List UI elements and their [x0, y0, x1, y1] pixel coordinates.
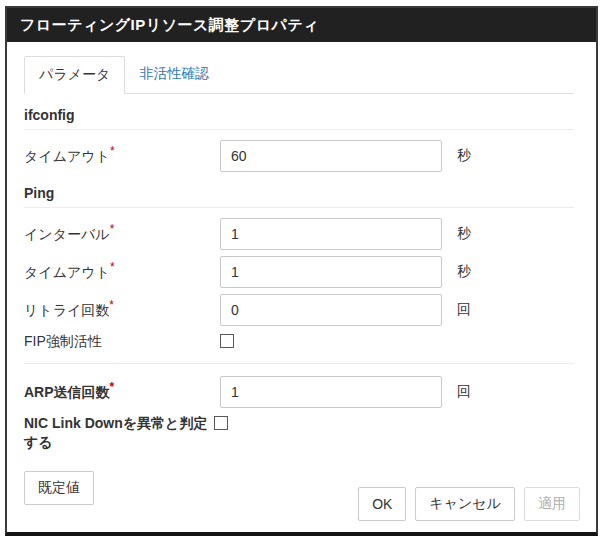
tab-deactivation-check[interactable]: 非活性確認	[125, 56, 223, 94]
ifconfig-timeout-label: タイムアウト*	[24, 147, 220, 166]
tab-parameter-label: パラメータ	[39, 66, 110, 82]
required-asterisk: *	[110, 380, 115, 394]
tab-parameter[interactable]: パラメータ	[24, 56, 125, 94]
ping-interval-label: インターバル*	[24, 225, 220, 244]
fip-forced-activation-label: FIP強制活性	[24, 332, 220, 351]
fip-forced-activation-checkbox[interactable]	[220, 334, 234, 348]
nic-link-down-row: NIC Link Downを異常と判定する	[24, 414, 574, 452]
properties-dialog: フローティングIPリソース調整プロパティ パラメータ 非活性確認 ifconfi…	[5, 6, 598, 536]
section-header-ping: Ping	[24, 185, 574, 208]
nic-link-down-checkbox[interactable]	[214, 416, 228, 430]
apply-button[interactable]: 適用	[524, 487, 580, 521]
ifconfig-timeout-unit: 秒	[457, 147, 471, 165]
ping-timeout-row: タイムアウト* 秒	[24, 256, 574, 288]
window-title: フローティングIPリソース調整プロパティ	[20, 16, 319, 33]
nic-link-down-label: NIC Link Downを異常と判定する	[24, 414, 214, 452]
section-divider	[24, 363, 574, 364]
ping-interval-input[interactable]	[220, 218, 442, 250]
ping-retry-count-row: リトライ回数* 回	[24, 294, 574, 326]
ping-retry-count-label: リトライ回数*	[24, 301, 220, 320]
required-asterisk: *	[110, 144, 115, 158]
ping-timeout-label: タイムアウト*	[24, 263, 220, 282]
dialog-content: パラメータ 非活性確認 ifconfig タイムアウト* 秒 Ping インター…	[7, 42, 596, 532]
arp-send-count-row: ARP送信回数* 回	[24, 376, 574, 408]
ping-timeout-unit: 秒	[457, 263, 471, 281]
arp-send-count-label: ARP送信回数*	[24, 383, 220, 402]
ifconfig-timeout-row: タイムアウト* 秒	[24, 140, 574, 172]
arp-send-count-unit: 回	[457, 383, 471, 401]
ping-timeout-input[interactable]	[220, 256, 442, 288]
ping-interval-row: インターバル* 秒	[24, 218, 574, 250]
ifconfig-timeout-input[interactable]	[220, 140, 442, 172]
tab-bar: パラメータ 非活性確認	[24, 56, 574, 94]
ok-button[interactable]: OK	[358, 487, 406, 521]
required-asterisk: *	[110, 222, 115, 236]
arp-send-count-input[interactable]	[220, 376, 442, 408]
required-asterisk: *	[110, 260, 115, 274]
ping-retry-count-input[interactable]	[220, 294, 442, 326]
titlebar: フローティングIPリソース調整プロパティ	[7, 8, 596, 42]
section-header-ifconfig: ifconfig	[24, 107, 574, 130]
cancel-button[interactable]: キャンセル	[415, 487, 515, 521]
fip-forced-activation-row: FIP強制活性	[24, 332, 574, 352]
ping-interval-unit: 秒	[457, 225, 471, 243]
footer-buttons: OK キャンセル 適用	[358, 487, 580, 521]
ping-retry-count-unit: 回	[457, 301, 471, 319]
default-values-button[interactable]: 既定値	[24, 471, 94, 505]
tab-deactivation-check-label: 非活性確認	[139, 65, 209, 81]
required-asterisk: *	[109, 298, 114, 312]
